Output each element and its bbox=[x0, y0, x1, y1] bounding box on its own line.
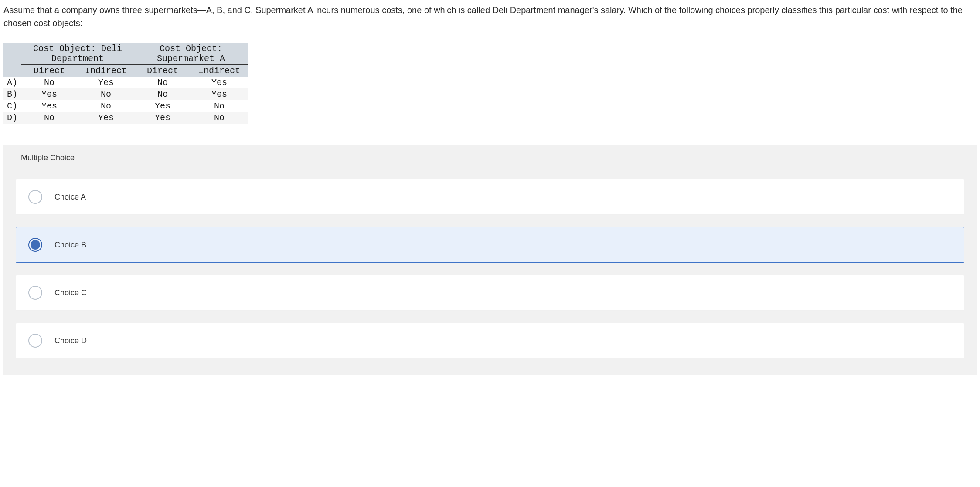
table-cell: No bbox=[191, 100, 248, 112]
table-cell: Yes bbox=[134, 100, 191, 112]
header-group-supermarket-line2: Supermarket A bbox=[138, 54, 244, 64]
table-cell: Yes bbox=[134, 112, 191, 124]
table-cell: No bbox=[134, 77, 191, 88]
table-cell: Yes bbox=[191, 88, 248, 100]
table-cell: Yes bbox=[21, 88, 78, 100]
table-cell: Yes bbox=[21, 100, 78, 112]
header-group-supermarket-line1: Cost Object: bbox=[138, 44, 244, 54]
row-label: A) bbox=[3, 77, 21, 88]
sub-header-blank bbox=[3, 65, 21, 77]
question-text: Assume that a company owns three superma… bbox=[3, 3, 977, 30]
table-cell: No bbox=[78, 100, 134, 112]
radio-icon bbox=[28, 190, 42, 204]
header-group-supermarket: Cost Object: Supermarket A bbox=[134, 43, 248, 65]
choice-label: Choice D bbox=[54, 336, 87, 345]
radio-icon bbox=[28, 238, 42, 252]
table-cell: No bbox=[134, 88, 191, 100]
row-label: C) bbox=[3, 100, 21, 112]
table-cell: Yes bbox=[78, 77, 134, 88]
row-label: D) bbox=[3, 112, 21, 124]
choice-list: Choice A Choice B Choice C Choice D bbox=[3, 170, 977, 358]
header-group-deli-line1: Cost Object: Deli bbox=[24, 44, 131, 54]
multiple-choice-header: Multiple Choice bbox=[3, 145, 977, 170]
choice-c[interactable]: Choice C bbox=[16, 275, 964, 311]
cost-object-table: Cost Object: Deli Department Cost Object… bbox=[3, 43, 248, 124]
choice-label: Choice A bbox=[54, 193, 86, 202]
sub-header-direct-1: Direct bbox=[21, 65, 78, 77]
table-cell: No bbox=[191, 112, 248, 124]
sub-header-indirect-2: Indirect bbox=[191, 65, 248, 77]
header-group-deli-line2: Department bbox=[24, 54, 131, 64]
radio-icon bbox=[28, 286, 42, 300]
sub-header-indirect-1: Indirect bbox=[78, 65, 134, 77]
choice-label: Choice B bbox=[54, 240, 86, 250]
header-group-deli: Cost Object: Deli Department bbox=[21, 43, 134, 65]
table-cell: No bbox=[21, 77, 78, 88]
row-label: B) bbox=[3, 88, 21, 100]
choice-a[interactable]: Choice A bbox=[16, 179, 964, 215]
radio-icon bbox=[28, 334, 42, 348]
table-cell: Yes bbox=[191, 77, 248, 88]
table-corner bbox=[3, 43, 21, 65]
choice-d[interactable]: Choice D bbox=[16, 323, 964, 358]
sub-header-direct-2: Direct bbox=[134, 65, 191, 77]
choice-label: Choice C bbox=[54, 288, 87, 298]
table-body: A) No Yes No Yes B) Yes No No Yes C) Yes… bbox=[3, 77, 248, 124]
multiple-choice-section: Multiple Choice Choice A Choice B Choice… bbox=[3, 145, 977, 375]
table-cell: No bbox=[78, 88, 134, 100]
table-cell: No bbox=[21, 112, 78, 124]
table-cell: Yes bbox=[78, 112, 134, 124]
choice-b[interactable]: Choice B bbox=[16, 227, 964, 263]
